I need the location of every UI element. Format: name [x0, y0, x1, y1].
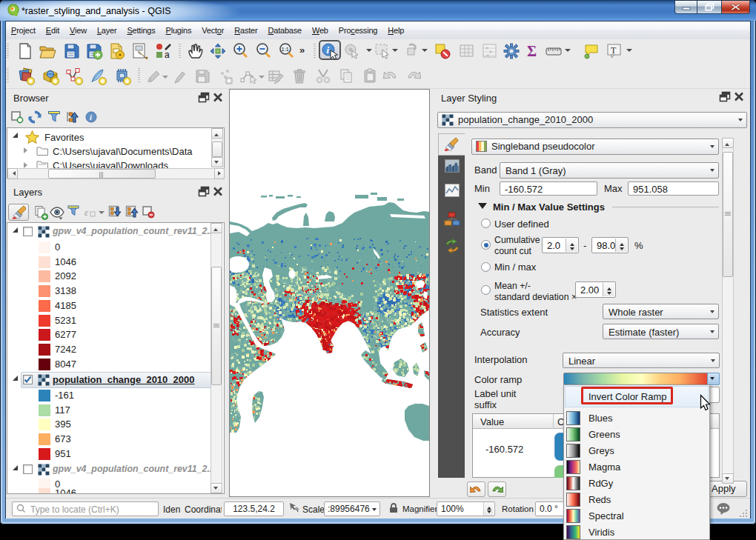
svg-text:1:1: 1:1: [282, 46, 289, 53]
svg-text:i: i: [327, 44, 330, 56]
svg-text:T: T: [611, 45, 617, 56]
svg-text:Σ: Σ: [527, 43, 537, 59]
svg-text:a: a: [165, 50, 170, 60]
svg-text:ε: ε: [84, 207, 89, 218]
svg-text:i: i: [90, 113, 92, 121]
